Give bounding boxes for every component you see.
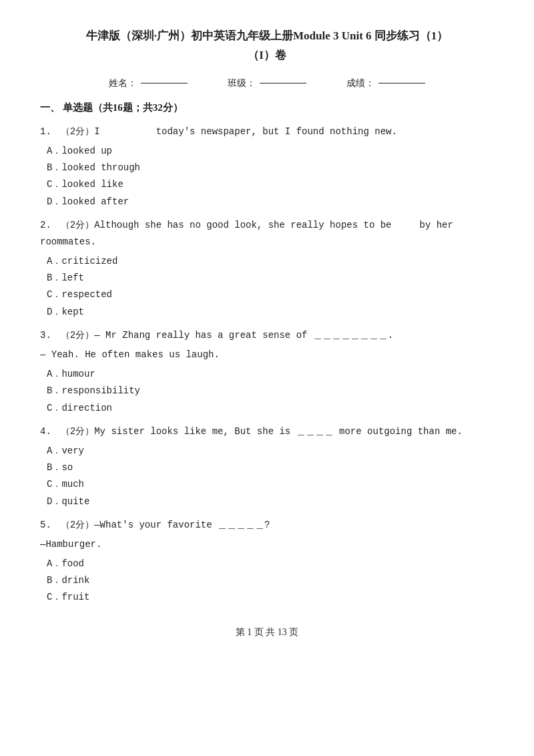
- q1-post: today's newspaper, but I found nothing n…: [156, 126, 397, 137]
- q2-num: 2.: [40, 220, 61, 230]
- q4-opt-d: D．quite: [47, 494, 494, 510]
- title-main: 牛津版（深圳·广州）初中英语九年级上册Module 3 Unit 6 同步练习（…: [40, 27, 494, 46]
- q1-opt-a: A．looked up: [47, 143, 494, 160]
- q1-score: （2分）: [61, 126, 94, 137]
- q4-pre: My sister looks like me, But she is ＿＿＿＿…: [94, 426, 463, 437]
- q5-opt-c: C．fruit: [47, 589, 494, 606]
- question-1: 1. （2分）I today's newspaper, but I found …: [40, 124, 494, 210]
- class-field: 班级：: [228, 77, 306, 89]
- question-3-stem: 3. （2分）— Mr Zhang really has a great sen…: [40, 327, 494, 344]
- q2-score: （2分）: [61, 220, 94, 230]
- q2-opt-d: D．kept: [47, 304, 494, 321]
- class-label: 班级：: [228, 77, 256, 89]
- question-2: 2. （2分）Although she has no good look, sh…: [40, 217, 494, 321]
- q3-opt-a: A．humour: [47, 366, 494, 383]
- class-blank: [260, 83, 306, 83]
- q3-score: （2分）: [61, 330, 94, 341]
- q1-num: 1.: [40, 126, 61, 137]
- q1-opt-b: B．looked through: [47, 160, 494, 176]
- q4-opt-c: C．much: [47, 476, 494, 493]
- q5-second: —Hamburger.: [40, 539, 101, 550]
- question-1-stem: 1. （2分）I today's newspaper, but I found …: [40, 124, 494, 140]
- question-4: 4. （2分）My sister looks like me, But she …: [40, 423, 494, 510]
- question-5-stem2: —Hamburger.: [40, 536, 494, 553]
- q3-opt-c: C．direction: [47, 400, 494, 417]
- q3-pre: — Mr Zhang really has a great sense of ＿…: [94, 330, 393, 341]
- q5-num: 5.: [40, 520, 61, 530]
- q3-num: 3.: [40, 330, 61, 341]
- score-label: 成绩：: [346, 77, 374, 89]
- q5-opt-b: B．drink: [47, 572, 494, 589]
- section1-title: 一、 单选题（共16题；共32分）: [40, 102, 494, 114]
- q5-score: （2分）: [61, 520, 94, 530]
- q3-opt-b: B．responsibility: [47, 383, 494, 399]
- q5-opt-a: A．food: [47, 556, 494, 572]
- name-blank: [141, 83, 188, 83]
- q2-opt-a: A．criticized: [47, 253, 494, 270]
- q1-pre: I: [94, 126, 156, 137]
- score-field: 成绩：: [346, 77, 425, 89]
- info-row: 姓名： 班级： 成绩：: [40, 77, 494, 89]
- q4-opt-b: B．so: [47, 459, 494, 476]
- question-5: 5. （2分）—What's your favorite ＿＿＿＿＿? —Ham…: [40, 517, 494, 606]
- q2-opt-c: C．respected: [47, 287, 494, 303]
- title-area: 牛津版（深圳·广州）初中英语九年级上册Module 3 Unit 6 同步练习（…: [40, 27, 494, 65]
- q3-second: — Yeah. He often makes us laugh.: [40, 349, 220, 360]
- name-field: 姓名：: [109, 77, 188, 89]
- score-blank: [378, 83, 425, 83]
- question-2-stem: 2. （2分）Although she has no good look, sh…: [40, 217, 494, 250]
- name-label: 姓名：: [109, 77, 137, 89]
- question-5-stem: 5. （2分）—What's your favorite ＿＿＿＿＿?: [40, 517, 494, 534]
- title-sub: （I）卷: [40, 46, 494, 65]
- question-3-stem2: — Yeah. He often makes us laugh.: [40, 347, 494, 363]
- q4-opt-a: A．very: [47, 443, 494, 459]
- question-4-stem: 4. （2分）My sister looks like me, But she …: [40, 423, 494, 440]
- q2-opt-b: B．left: [47, 270, 494, 287]
- question-3: 3. （2分）— Mr Zhang really has a great sen…: [40, 327, 494, 417]
- q1-opt-d: D．looked after: [47, 194, 494, 210]
- q1-opt-c: C．looked like: [47, 176, 494, 193]
- q4-num: 4.: [40, 426, 61, 437]
- footer-text: 第 1 页 共 13 页: [236, 627, 299, 637]
- q4-score: （2分）: [61, 426, 94, 437]
- footer: 第 1 页 共 13 页: [40, 626, 494, 638]
- q2-pre: Although she has no good look, she reall…: [94, 220, 419, 230]
- q5-pre: —What's your favorite ＿＿＿＿＿?: [94, 520, 270, 530]
